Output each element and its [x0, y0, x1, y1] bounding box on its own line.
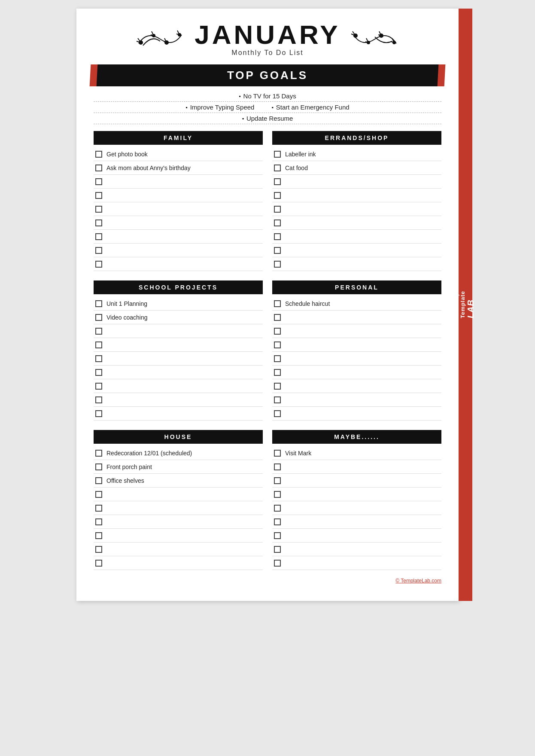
checkbox-icon[interactable] [274, 505, 281, 512]
checkbox-icon[interactable] [274, 247, 281, 254]
sections-row-2: SCHOOL PROJECTSUnit 1 PlanningVideo coac… [94, 280, 441, 421]
goals-list: ▪ No TV for 15 Days ▪ Improve Typing Spe… [94, 91, 441, 124]
check-item: Front porch paint [94, 460, 263, 474]
checkbox-icon[interactable] [274, 314, 281, 321]
check-item: Ask mom about Anny's birthday [94, 161, 263, 175]
checkbox-icon[interactable] [274, 261, 281, 268]
check-item [94, 379, 263, 393]
check-item: Get photo book [94, 147, 263, 161]
checkbox-icon[interactable] [274, 219, 281, 226]
checkbox-icon[interactable] [95, 396, 102, 403]
header: JANUARY Monthly To Do List [94, 21, 441, 57]
checkbox-icon[interactable] [274, 206, 281, 213]
sections-row-1: FAMILYGet photo bookAsk mom about Anny's… [94, 131, 441, 271]
checkbox-icon[interactable] [95, 328, 102, 335]
check-item [94, 230, 263, 244]
checkbox-icon[interactable] [95, 450, 102, 457]
checkbox-icon[interactable] [95, 192, 102, 199]
checkbox-icon[interactable] [274, 396, 281, 403]
goal-3: ▪ Start an Emergency Fund [271, 104, 349, 111]
checkbox-icon[interactable] [274, 341, 281, 348]
checkbox-icon[interactable] [274, 491, 281, 498]
checkbox-icon[interactable] [95, 463, 102, 470]
checkbox-icon[interactable] [274, 410, 281, 417]
check-item-label: Schedule haircut [285, 300, 330, 307]
checkbox-icon[interactable] [95, 219, 102, 226]
checkbox-icon[interactable] [274, 300, 281, 307]
checkbox-icon[interactable] [95, 233, 102, 240]
checkbox-icon[interactable] [274, 477, 281, 484]
checkbox-icon[interactable] [95, 505, 102, 512]
goal-1: ▪ No TV for 15 Days [239, 92, 296, 100]
checkbox-icon[interactable] [274, 383, 281, 390]
check-item [272, 202, 441, 216]
checkbox-icon[interactable] [274, 532, 281, 539]
checkbox-icon[interactable] [274, 165, 281, 171]
check-item-label: Video coaching [106, 314, 147, 321]
header-deco: JANUARY Monthly To Do List [94, 21, 441, 57]
section-header-errands-shop: ERRANDS/SHOP [272, 131, 441, 145]
checkbox-icon[interactable] [95, 341, 102, 348]
section-3-right: MAYBE......Visit Mark [272, 430, 441, 570]
check-item [94, 216, 263, 230]
checkbox-icon[interactable] [274, 328, 281, 335]
check-item [94, 501, 263, 515]
checkbox-icon[interactable] [274, 560, 281, 567]
checkbox-icon[interactable] [95, 491, 102, 498]
goals-line-2: ▪ Improve Typing Speed ▪ Start an Emerge… [94, 102, 441, 113]
month-year-block: JANUARY Monthly To Do List [195, 21, 340, 57]
check-item [94, 202, 263, 216]
checkbox-icon[interactable] [95, 477, 102, 484]
checkbox-icon[interactable] [95, 355, 102, 362]
check-item [94, 543, 263, 556]
section-header-house: HOUSE [94, 430, 263, 444]
footer[interactable]: © TemplateLab.com [94, 578, 441, 584]
goals-line-1: ▪ No TV for 15 Days [94, 91, 441, 102]
checkbox-icon[interactable] [95, 410, 102, 417]
checkbox-icon[interactable] [274, 355, 281, 362]
checkbox-icon[interactable] [95, 165, 102, 171]
check-item [272, 338, 441, 352]
checkbox-icon[interactable] [274, 151, 281, 158]
checkbox-icon[interactable] [274, 518, 281, 525]
checkbox-icon[interactable] [274, 178, 281, 185]
checkbox-icon[interactable] [95, 247, 102, 254]
check-item [272, 257, 441, 271]
checkbox-icon[interactable] [95, 546, 102, 553]
checkbox-icon[interactable] [274, 369, 281, 376]
checkbox-icon[interactable] [95, 151, 102, 158]
checkbox-icon[interactable] [274, 546, 281, 553]
checkbox-icon[interactable] [95, 300, 102, 307]
checkbox-icon[interactable] [274, 463, 281, 470]
checkbox-icon[interactable] [95, 518, 102, 525]
goal-4: ▪ Update Resume [242, 115, 293, 122]
checkbox-icon[interactable] [274, 450, 281, 457]
goal-2: ▪ Improve Typing Speed [185, 104, 254, 111]
checkbox-icon[interactable] [274, 233, 281, 240]
checkbox-icon[interactable] [95, 369, 102, 376]
top-goals-label: TOP GOALS [227, 69, 308, 82]
top-goals-banner: TOP GOALS [94, 64, 441, 86]
check-item-label: Unit 1 Planning [106, 300, 147, 307]
checkbox-icon[interactable] [95, 560, 102, 567]
section-1-right: ERRANDS/SHOPLabeller inkCat food [272, 131, 441, 271]
checkbox-icon[interactable] [95, 261, 102, 268]
check-item [272, 366, 441, 379]
bullet-icon: ▪ [242, 116, 244, 122]
checkbox-icon[interactable] [95, 314, 102, 321]
left-deco-icon [134, 26, 186, 52]
checkbox-icon[interactable] [95, 206, 102, 213]
checkbox-icon[interactable] [95, 383, 102, 390]
check-item: Visit Mark [272, 446, 441, 460]
check-item [272, 311, 441, 324]
check-item [272, 407, 441, 421]
check-item-label: Get photo book [106, 151, 148, 158]
check-item-label: Labeller ink [285, 151, 316, 158]
checkbox-icon[interactable] [274, 192, 281, 199]
check-item [94, 488, 263, 501]
section-header-personal: PERSONAL [272, 280, 441, 294]
bullet-icon: ▪ [271, 104, 273, 110]
checkbox-icon[interactable] [95, 532, 102, 539]
section-header-family: FAMILY [94, 131, 263, 145]
checkbox-icon[interactable] [95, 178, 102, 185]
